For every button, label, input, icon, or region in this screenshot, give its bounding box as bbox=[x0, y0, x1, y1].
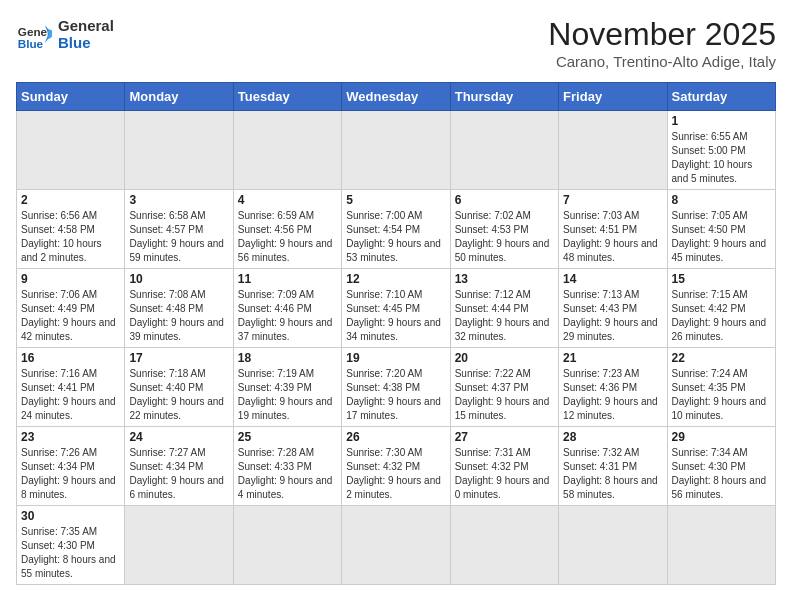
calendar-cell: 12Sunrise: 7:10 AM Sunset: 4:45 PM Dayli… bbox=[342, 269, 450, 348]
day-number: 21 bbox=[563, 351, 662, 365]
day-info: Sunrise: 7:30 AM Sunset: 4:32 PM Dayligh… bbox=[346, 446, 445, 502]
day-number: 1 bbox=[672, 114, 771, 128]
day-info: Sunrise: 7:00 AM Sunset: 4:54 PM Dayligh… bbox=[346, 209, 445, 265]
calendar-cell bbox=[559, 111, 667, 190]
day-number: 14 bbox=[563, 272, 662, 286]
day-info: Sunrise: 6:55 AM Sunset: 5:00 PM Dayligh… bbox=[672, 130, 771, 186]
page-header: General Blue General Blue November 2025 … bbox=[16, 16, 776, 70]
calendar-cell: 8Sunrise: 7:05 AM Sunset: 4:50 PM Daylig… bbox=[667, 190, 775, 269]
day-info: Sunrise: 7:20 AM Sunset: 4:38 PM Dayligh… bbox=[346, 367, 445, 423]
calendar-cell bbox=[342, 111, 450, 190]
calendar-week-row: 16Sunrise: 7:16 AM Sunset: 4:41 PM Dayli… bbox=[17, 348, 776, 427]
day-info: Sunrise: 7:34 AM Sunset: 4:30 PM Dayligh… bbox=[672, 446, 771, 502]
calendar-cell: 3Sunrise: 6:58 AM Sunset: 4:57 PM Daylig… bbox=[125, 190, 233, 269]
calendar-cell: 9Sunrise: 7:06 AM Sunset: 4:49 PM Daylig… bbox=[17, 269, 125, 348]
calendar-cell: 26Sunrise: 7:30 AM Sunset: 4:32 PM Dayli… bbox=[342, 427, 450, 506]
day-number: 26 bbox=[346, 430, 445, 444]
calendar-cell: 17Sunrise: 7:18 AM Sunset: 4:40 PM Dayli… bbox=[125, 348, 233, 427]
weekday-header-thursday: Thursday bbox=[450, 83, 558, 111]
calendar-cell: 11Sunrise: 7:09 AM Sunset: 4:46 PM Dayli… bbox=[233, 269, 341, 348]
calendar-table: SundayMondayTuesdayWednesdayThursdayFrid… bbox=[16, 82, 776, 585]
day-info: Sunrise: 7:15 AM Sunset: 4:42 PM Dayligh… bbox=[672, 288, 771, 344]
calendar-week-row: 1Sunrise: 6:55 AM Sunset: 5:00 PM Daylig… bbox=[17, 111, 776, 190]
weekday-header-saturday: Saturday bbox=[667, 83, 775, 111]
day-number: 27 bbox=[455, 430, 554, 444]
day-info: Sunrise: 7:13 AM Sunset: 4:43 PM Dayligh… bbox=[563, 288, 662, 344]
weekday-header-monday: Monday bbox=[125, 83, 233, 111]
calendar-cell: 27Sunrise: 7:31 AM Sunset: 4:32 PM Dayli… bbox=[450, 427, 558, 506]
day-info: Sunrise: 7:03 AM Sunset: 4:51 PM Dayligh… bbox=[563, 209, 662, 265]
weekday-header-sunday: Sunday bbox=[17, 83, 125, 111]
day-number: 19 bbox=[346, 351, 445, 365]
day-info: Sunrise: 6:59 AM Sunset: 4:56 PM Dayligh… bbox=[238, 209, 337, 265]
day-info: Sunrise: 7:23 AM Sunset: 4:36 PM Dayligh… bbox=[563, 367, 662, 423]
day-number: 5 bbox=[346, 193, 445, 207]
logo-icon: General Blue bbox=[16, 16, 52, 52]
day-number: 12 bbox=[346, 272, 445, 286]
day-info: Sunrise: 7:06 AM Sunset: 4:49 PM Dayligh… bbox=[21, 288, 120, 344]
day-number: 9 bbox=[21, 272, 120, 286]
calendar-cell bbox=[125, 506, 233, 585]
month-title: November 2025 bbox=[548, 16, 776, 53]
day-number: 8 bbox=[672, 193, 771, 207]
day-info: Sunrise: 7:10 AM Sunset: 4:45 PM Dayligh… bbox=[346, 288, 445, 344]
calendar-week-row: 9Sunrise: 7:06 AM Sunset: 4:49 PM Daylig… bbox=[17, 269, 776, 348]
calendar-cell: 6Sunrise: 7:02 AM Sunset: 4:53 PM Daylig… bbox=[450, 190, 558, 269]
calendar-cell: 13Sunrise: 7:12 AM Sunset: 4:44 PM Dayli… bbox=[450, 269, 558, 348]
calendar-cell: 25Sunrise: 7:28 AM Sunset: 4:33 PM Dayli… bbox=[233, 427, 341, 506]
calendar-cell bbox=[559, 506, 667, 585]
calendar-cell: 14Sunrise: 7:13 AM Sunset: 4:43 PM Dayli… bbox=[559, 269, 667, 348]
calendar-cell bbox=[450, 506, 558, 585]
day-number: 16 bbox=[21, 351, 120, 365]
weekday-header-friday: Friday bbox=[559, 83, 667, 111]
day-info: Sunrise: 7:24 AM Sunset: 4:35 PM Dayligh… bbox=[672, 367, 771, 423]
calendar-cell: 7Sunrise: 7:03 AM Sunset: 4:51 PM Daylig… bbox=[559, 190, 667, 269]
day-info: Sunrise: 6:58 AM Sunset: 4:57 PM Dayligh… bbox=[129, 209, 228, 265]
day-info: Sunrise: 7:05 AM Sunset: 4:50 PM Dayligh… bbox=[672, 209, 771, 265]
day-info: Sunrise: 6:56 AM Sunset: 4:58 PM Dayligh… bbox=[21, 209, 120, 265]
calendar-cell bbox=[667, 506, 775, 585]
day-number: 11 bbox=[238, 272, 337, 286]
calendar-cell: 15Sunrise: 7:15 AM Sunset: 4:42 PM Dayli… bbox=[667, 269, 775, 348]
day-info: Sunrise: 7:22 AM Sunset: 4:37 PM Dayligh… bbox=[455, 367, 554, 423]
day-info: Sunrise: 7:31 AM Sunset: 4:32 PM Dayligh… bbox=[455, 446, 554, 502]
calendar-week-row: 2Sunrise: 6:56 AM Sunset: 4:58 PM Daylig… bbox=[17, 190, 776, 269]
calendar-cell bbox=[450, 111, 558, 190]
day-number: 20 bbox=[455, 351, 554, 365]
day-number: 3 bbox=[129, 193, 228, 207]
calendar-cell: 28Sunrise: 7:32 AM Sunset: 4:31 PM Dayli… bbox=[559, 427, 667, 506]
day-info: Sunrise: 7:12 AM Sunset: 4:44 PM Dayligh… bbox=[455, 288, 554, 344]
logo: General Blue General Blue bbox=[16, 16, 114, 52]
calendar-cell: 22Sunrise: 7:24 AM Sunset: 4:35 PM Dayli… bbox=[667, 348, 775, 427]
calendar-cell bbox=[125, 111, 233, 190]
calendar-cell: 24Sunrise: 7:27 AM Sunset: 4:34 PM Dayli… bbox=[125, 427, 233, 506]
day-number: 24 bbox=[129, 430, 228, 444]
calendar-cell: 1Sunrise: 6:55 AM Sunset: 5:00 PM Daylig… bbox=[667, 111, 775, 190]
day-number: 25 bbox=[238, 430, 337, 444]
calendar-week-row: 30Sunrise: 7:35 AM Sunset: 4:30 PM Dayli… bbox=[17, 506, 776, 585]
day-number: 28 bbox=[563, 430, 662, 444]
calendar-cell: 2Sunrise: 6:56 AM Sunset: 4:58 PM Daylig… bbox=[17, 190, 125, 269]
calendar-cell: 5Sunrise: 7:00 AM Sunset: 4:54 PM Daylig… bbox=[342, 190, 450, 269]
logo-general: General bbox=[58, 17, 114, 34]
calendar-cell: 30Sunrise: 7:35 AM Sunset: 4:30 PM Dayli… bbox=[17, 506, 125, 585]
title-section: November 2025 Carano, Trentino-Alto Adig… bbox=[548, 16, 776, 70]
calendar-cell: 20Sunrise: 7:22 AM Sunset: 4:37 PM Dayli… bbox=[450, 348, 558, 427]
location-label: Carano, Trentino-Alto Adige, Italy bbox=[548, 53, 776, 70]
calendar-cell bbox=[17, 111, 125, 190]
day-number: 7 bbox=[563, 193, 662, 207]
weekday-header-wednesday: Wednesday bbox=[342, 83, 450, 111]
day-info: Sunrise: 7:08 AM Sunset: 4:48 PM Dayligh… bbox=[129, 288, 228, 344]
calendar-cell: 4Sunrise: 6:59 AM Sunset: 4:56 PM Daylig… bbox=[233, 190, 341, 269]
day-number: 17 bbox=[129, 351, 228, 365]
calendar-cell: 23Sunrise: 7:26 AM Sunset: 4:34 PM Dayli… bbox=[17, 427, 125, 506]
day-number: 15 bbox=[672, 272, 771, 286]
day-info: Sunrise: 7:27 AM Sunset: 4:34 PM Dayligh… bbox=[129, 446, 228, 502]
calendar-cell: 16Sunrise: 7:16 AM Sunset: 4:41 PM Dayli… bbox=[17, 348, 125, 427]
calendar-cell: 21Sunrise: 7:23 AM Sunset: 4:36 PM Dayli… bbox=[559, 348, 667, 427]
day-number: 23 bbox=[21, 430, 120, 444]
calendar-cell bbox=[233, 506, 341, 585]
day-number: 10 bbox=[129, 272, 228, 286]
calendar-cell bbox=[233, 111, 341, 190]
day-number: 6 bbox=[455, 193, 554, 207]
